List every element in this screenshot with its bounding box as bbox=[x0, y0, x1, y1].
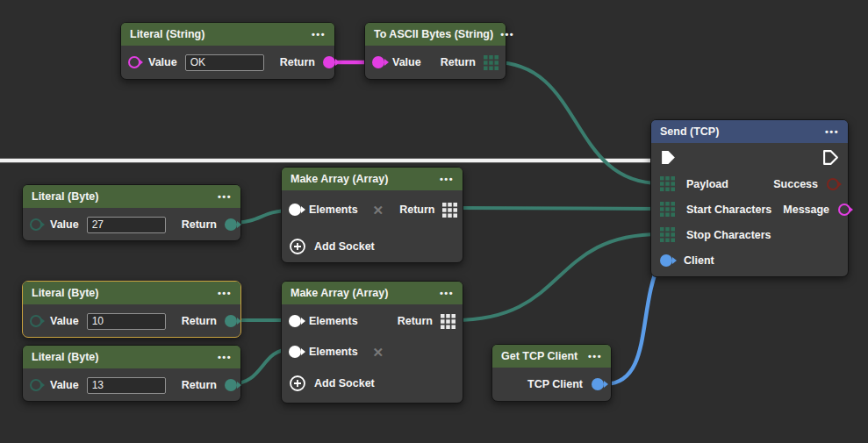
node-title: Literal (Byte) bbox=[32, 287, 98, 299]
node-literal-byte-10[interactable]: Literal (Byte) ••• Value Return bbox=[22, 281, 241, 338]
value-input[interactable] bbox=[185, 54, 264, 71]
message-output-socket[interactable] bbox=[838, 204, 850, 216]
node-menu-icon[interactable]: ••• bbox=[440, 289, 454, 298]
tcp-client-output-socket[interactable] bbox=[592, 378, 604, 390]
return-label: Return bbox=[280, 56, 315, 68]
client-label: Client bbox=[684, 254, 714, 267]
start-characters-label: Start Characters bbox=[686, 204, 771, 216]
node-canvas[interactable]: Literal (String) ••• Value Return To ASC… bbox=[0, 0, 868, 443]
node-header[interactable]: Literal (Byte) ••• bbox=[23, 185, 240, 208]
node-title: Literal (Byte) bbox=[32, 351, 98, 363]
node-get-tcp-client[interactable]: Get TCP Client ••• TCP Client bbox=[491, 344, 612, 402]
tcp-client-label: TCP Client bbox=[527, 378, 583, 390]
node-menu-icon[interactable]: ••• bbox=[218, 289, 232, 298]
stop-characters-label: Stop Characters bbox=[686, 229, 771, 241]
node-send-tcp[interactable]: Send (TCP) ••• Payload Success Start Cha… bbox=[650, 119, 849, 277]
node-title: Make Array (Array) bbox=[291, 287, 388, 299]
node-title: Make Array (Array) bbox=[291, 173, 388, 185]
return-array-socket-icon[interactable] bbox=[442, 203, 457, 218]
value-label: Value bbox=[148, 56, 177, 68]
add-socket-icon[interactable] bbox=[289, 375, 306, 392]
exec-output-icon[interactable] bbox=[822, 149, 839, 166]
node-header[interactable]: Get TCP Client ••• bbox=[492, 345, 611, 368]
node-make-array-1[interactable]: Make Array (Array) ••• Elements ✕ Return… bbox=[281, 167, 463, 263]
node-header[interactable]: Make Array (Array) ••• bbox=[282, 282, 463, 304]
add-socket-icon[interactable] bbox=[289, 238, 306, 255]
return-output-socket[interactable] bbox=[225, 218, 237, 231]
return-array-socket-icon[interactable] bbox=[484, 55, 499, 70]
node-header[interactable]: Literal (Byte) ••• bbox=[23, 282, 240, 304]
wire-array2-to-stop-characters[interactable] bbox=[455, 234, 660, 320]
node-header[interactable]: To ASCII Bytes (String) ••• bbox=[365, 23, 506, 46]
value-input[interactable] bbox=[87, 377, 166, 394]
elements-label-1: Elements bbox=[309, 315, 358, 327]
node-menu-icon[interactable]: ••• bbox=[218, 353, 232, 362]
client-input-socket[interactable] bbox=[660, 254, 672, 267]
value-label: Value bbox=[392, 56, 421, 68]
node-title: Literal (String) bbox=[130, 28, 204, 40]
value-input[interactable] bbox=[87, 313, 166, 330]
value-label: Value bbox=[50, 379, 79, 391]
elements-label-2: Elements bbox=[309, 346, 358, 358]
node-menu-icon[interactable]: ••• bbox=[500, 30, 514, 39]
return-label: Return bbox=[399, 204, 434, 216]
node-menu-icon[interactable]: ••• bbox=[312, 30, 326, 39]
node-to-ascii-bytes[interactable]: To ASCII Bytes (String) ••• Value Return bbox=[364, 22, 506, 80]
return-label: Return bbox=[182, 379, 217, 391]
node-header[interactable]: Make Array (Array) ••• bbox=[282, 168, 463, 190]
return-label: Return bbox=[182, 315, 217, 327]
add-socket-label[interactable]: Add Socket bbox=[314, 240, 375, 253]
success-output-socket[interactable] bbox=[827, 178, 839, 190]
value-label: Value bbox=[50, 315, 79, 327]
elements-input-socket-1[interactable] bbox=[289, 315, 301, 327]
return-output-socket[interactable] bbox=[323, 56, 335, 68]
node-menu-icon[interactable]: ••• bbox=[218, 192, 232, 202]
node-title: Send (TCP) bbox=[660, 125, 719, 138]
node-header[interactable]: Literal (String) ••• bbox=[121, 23, 334, 46]
return-label: Return bbox=[398, 315, 433, 327]
wire-client[interactable] bbox=[606, 261, 660, 384]
value-input-socket[interactable] bbox=[128, 56, 140, 68]
exec-input-icon[interactable] bbox=[660, 149, 677, 166]
node-title: Get TCP Client bbox=[501, 350, 577, 362]
node-menu-icon[interactable]: ••• bbox=[440, 175, 454, 184]
node-title: Literal (Byte) bbox=[32, 190, 98, 203]
node-menu-icon[interactable]: ••• bbox=[588, 352, 602, 361]
node-title: To ASCII Bytes (String) bbox=[374, 28, 493, 40]
value-input-socket[interactable] bbox=[30, 315, 42, 327]
remove-socket-icon[interactable]: ✕ bbox=[373, 204, 384, 217]
add-socket-label[interactable]: Add Socket bbox=[314, 377, 375, 389]
value-label: Value bbox=[50, 218, 79, 231]
node-menu-icon[interactable]: ••• bbox=[825, 127, 839, 137]
return-label: Return bbox=[441, 56, 476, 68]
node-literal-string[interactable]: Literal (String) ••• Value Return bbox=[120, 22, 335, 80]
payload-input-socket-icon[interactable] bbox=[660, 176, 675, 191]
start-characters-input-socket-icon[interactable] bbox=[660, 202, 675, 217]
return-output-socket[interactable] bbox=[225, 315, 237, 327]
node-make-array-2[interactable]: Make Array (Array) ••• Elements Return E… bbox=[281, 281, 463, 404]
return-output-socket[interactable] bbox=[225, 379, 237, 391]
node-header[interactable]: Literal (Byte) ••• bbox=[23, 346, 240, 368]
value-input-socket[interactable] bbox=[30, 379, 42, 391]
remove-socket-icon[interactable]: ✕ bbox=[373, 346, 384, 359]
value-input-socket[interactable] bbox=[372, 56, 384, 68]
stop-characters-input-socket-icon[interactable] bbox=[660, 227, 675, 242]
return-array-socket-icon[interactable] bbox=[441, 314, 456, 329]
wire-array1-to-start-characters[interactable] bbox=[455, 208, 660, 209]
node-header[interactable]: Send (TCP) ••• bbox=[651, 120, 848, 143]
value-input[interactable] bbox=[87, 217, 166, 233]
wire-ascii-to-payload[interactable] bbox=[494, 62, 660, 183]
elements-label: Elements bbox=[309, 204, 358, 216]
return-label: Return bbox=[182, 218, 217, 231]
value-input-socket[interactable] bbox=[30, 218, 42, 231]
elements-input-socket-2[interactable] bbox=[289, 346, 301, 358]
node-literal-byte-13[interactable]: Literal (Byte) ••• Value Return bbox=[22, 345, 241, 402]
message-label: Message bbox=[783, 204, 829, 216]
payload-label: Payload bbox=[686, 178, 728, 190]
elements-input-socket[interactable] bbox=[289, 204, 301, 216]
node-literal-byte-27[interactable]: Literal (Byte) ••• Value Return bbox=[22, 184, 241, 241]
success-label: Success bbox=[773, 178, 818, 190]
